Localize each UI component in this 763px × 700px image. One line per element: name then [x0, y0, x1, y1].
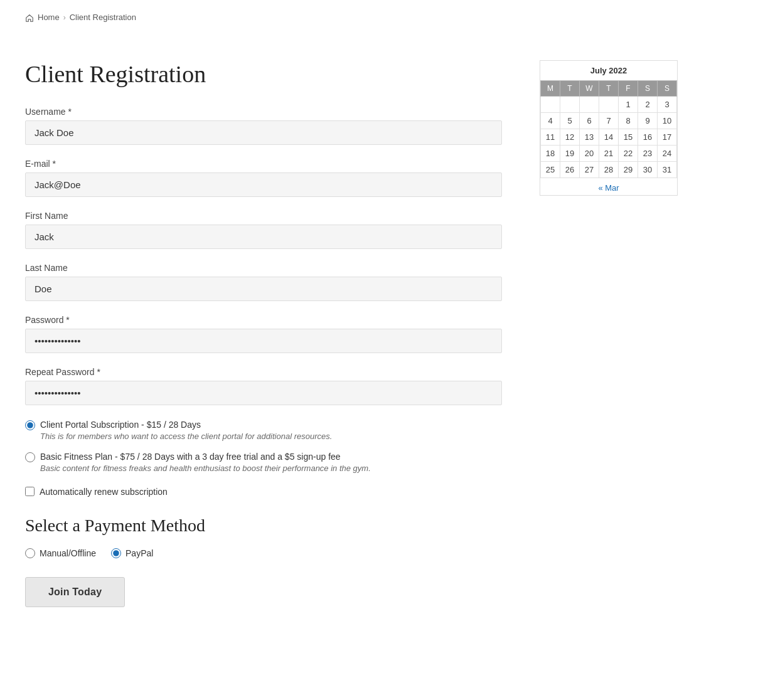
calendar-week-row: 25262728293031	[541, 161, 677, 178]
main-form: Client Registration Username * E-mail * …	[25, 60, 502, 607]
calendar-day-cell: 29	[619, 161, 638, 178]
calendar-day-cell: 3	[658, 96, 677, 112]
page-title: Client Registration	[25, 60, 502, 88]
calendar-day-cell: 23	[638, 145, 658, 161]
lastname-label: Last Name	[25, 263, 502, 273]
calendar: July 2022 M T W T F S S	[540, 60, 678, 196]
breadcrumb: Home › Client Registration	[25, 13, 738, 23]
calendar-day-cell: 21	[599, 145, 619, 161]
sidebar: July 2022 M T W T F S S	[540, 60, 678, 196]
cal-day-s1: S	[638, 80, 658, 96]
cal-day-f: F	[619, 80, 638, 96]
calendar-day-cell	[580, 96, 599, 112]
firstname-input[interactable]	[25, 225, 502, 249]
subscription-radio-1[interactable]	[25, 420, 35, 430]
username-input[interactable]	[25, 120, 502, 145]
calendar-table: M T W T F S S 12345678910111213141516171…	[540, 80, 677, 178]
calendar-day-cell: 12	[560, 129, 580, 145]
calendar-day-cell: 16	[638, 129, 658, 145]
breadcrumb-current: Client Registration	[70, 13, 136, 22]
calendar-prev-link[interactable]: « Mar	[598, 183, 619, 193]
calendar-title: July 2022	[540, 61, 677, 80]
calendar-nav: « Mar	[540, 178, 677, 195]
calendar-week-row: 45678910	[541, 112, 677, 129]
calendar-day-cell: 4	[541, 112, 560, 129]
calendar-day-cell: 8	[619, 112, 638, 129]
payment-radio-manual[interactable]	[25, 548, 35, 558]
repeat-password-input[interactable]	[25, 381, 502, 405]
breadcrumb-home-link[interactable]: Home	[38, 13, 60, 22]
subscription-radio-2[interactable]	[25, 452, 35, 462]
username-label: Username *	[25, 107, 502, 117]
payment-paypal: PayPal	[111, 548, 153, 558]
content-area: Client Registration Username * E-mail * …	[25, 60, 738, 607]
firstname-label: First Name	[25, 211, 502, 221]
subscription-label-2[interactable]: Basic Fitness Plan - $75 / 28 Days with …	[40, 452, 341, 462]
subscription-section: Client Portal Subscription - $15 / 28 Da…	[25, 419, 502, 473]
calendar-week-row: 123	[541, 96, 677, 112]
calendar-day-cell: 30	[638, 161, 658, 178]
cal-day-w: W	[580, 80, 599, 96]
join-today-button[interactable]: Join Today	[25, 577, 125, 607]
calendar-week-row: 11121314151617	[541, 129, 677, 145]
password-input[interactable]	[25, 329, 502, 353]
subscription-option-2-text: Basic Fitness Plan - $75 / 28 Days with …	[40, 451, 371, 473]
page-wrapper: Home › Client Registration Client Regist…	[0, 0, 763, 620]
payment-radio-paypal[interactable]	[111, 548, 121, 558]
payment-label-paypal[interactable]: PayPal	[125, 548, 153, 558]
calendar-week-row: 18192021222324	[541, 145, 677, 161]
username-group: Username *	[25, 107, 502, 145]
calendar-day-cell	[599, 96, 619, 112]
auto-renew-checkbox[interactable]	[25, 487, 35, 496]
calendar-day-cell: 10	[658, 112, 677, 129]
password-group: Password *	[25, 315, 502, 353]
calendar-day-cell: 20	[580, 145, 599, 161]
subscription-desc-2: Basic content for fitness freaks and hea…	[40, 464, 371, 473]
calendar-day-cell: 19	[560, 145, 580, 161]
calendar-day-cell: 24	[658, 145, 677, 161]
calendar-header-row: M T W T F S S	[541, 80, 677, 96]
calendar-day-cell: 5	[560, 112, 580, 129]
cal-day-s2: S	[658, 80, 677, 96]
calendar-day-cell	[541, 96, 560, 112]
calendar-day-cell: 28	[599, 161, 619, 178]
calendar-day-cell: 26	[560, 161, 580, 178]
calendar-day-cell: 2	[638, 96, 658, 112]
payment-label-manual[interactable]: Manual/Offline	[40, 548, 96, 558]
calendar-day-cell: 17	[658, 129, 677, 145]
calendar-day-cell: 31	[658, 161, 677, 178]
payment-section: Select a Payment Method Manual/Offline P…	[25, 516, 502, 558]
calendar-day-cell: 15	[619, 129, 638, 145]
subscription-label-1[interactable]: Client Portal Subscription - $15 / 28 Da…	[40, 420, 201, 430]
subscription-option-1: Client Portal Subscription - $15 / 28 Da…	[25, 419, 502, 441]
subscription-option-2: Basic Fitness Plan - $75 / 28 Days with …	[25, 451, 502, 473]
home-icon	[25, 13, 34, 23]
calendar-day-cell: 14	[599, 129, 619, 145]
calendar-day-cell: 7	[599, 112, 619, 129]
password-label: Password *	[25, 315, 502, 325]
subscription-desc-1: This is for members who want to access t…	[40, 432, 332, 441]
calendar-day-cell: 18	[541, 145, 560, 161]
calendar-day-cell	[560, 96, 580, 112]
email-input[interactable]	[25, 172, 502, 197]
repeat-password-group: Repeat Password *	[25, 367, 502, 405]
payment-manual: Manual/Offline	[25, 548, 96, 558]
email-group: E-mail *	[25, 159, 502, 197]
auto-renew-option: Automatically renew subscription	[25, 487, 502, 497]
payment-section-title: Select a Payment Method	[25, 516, 502, 536]
calendar-day-cell: 13	[580, 129, 599, 145]
calendar-day-cell: 6	[580, 112, 599, 129]
auto-renew-label[interactable]: Automatically renew subscription	[40, 487, 168, 497]
repeat-password-label: Repeat Password *	[25, 367, 502, 377]
firstname-group: First Name	[25, 211, 502, 249]
cal-day-m: M	[541, 80, 560, 96]
calendar-day-cell: 9	[638, 112, 658, 129]
lastname-group: Last Name	[25, 263, 502, 301]
calendar-day-cell: 22	[619, 145, 638, 161]
lastname-input[interactable]	[25, 277, 502, 301]
calendar-day-cell: 1	[619, 96, 638, 112]
subscription-option-1-text: Client Portal Subscription - $15 / 28 Da…	[40, 419, 332, 441]
calendar-day-cell: 25	[541, 161, 560, 178]
cal-day-t1: T	[560, 80, 580, 96]
calendar-day-cell: 27	[580, 161, 599, 178]
